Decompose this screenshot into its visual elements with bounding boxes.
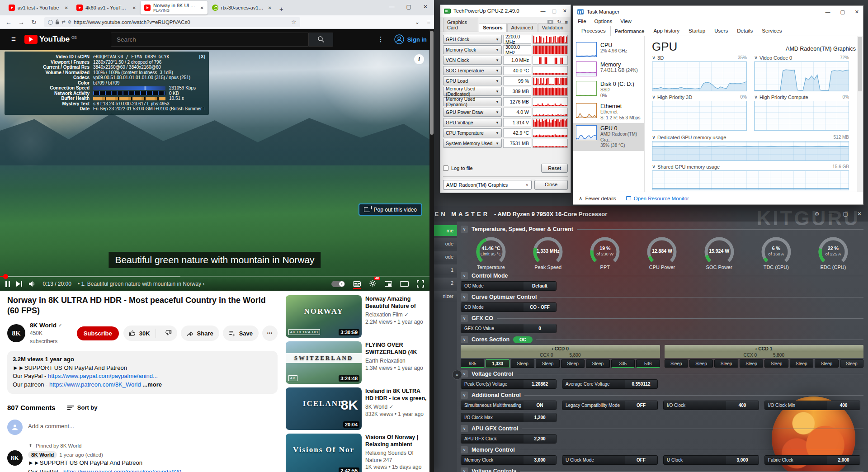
control-memory-clock[interactable]: Memory Clock3,000 — [461, 455, 557, 465]
chevron-down-icon[interactable]: ∨ — [652, 164, 656, 170]
permissions-icon[interactable]: ⇄ — [61, 19, 65, 24]
core-cell[interactable]: Sleep — [561, 359, 585, 368]
close-button[interactable]: ✕ — [563, 8, 567, 14]
control-i-o-clock-min[interactable]: I/O Clock Min400 — [764, 401, 860, 410]
minimize-button[interactable]: — — [829, 211, 834, 217]
pocket-icon[interactable]: ⌄ — [415, 19, 420, 25]
minimize-button[interactable]: — — [825, 9, 830, 15]
share-button[interactable]: Share — [181, 326, 219, 341]
commenter-avatar[interactable]: 8K — [7, 450, 23, 466]
kebab-menu-icon[interactable]: ⋮ — [377, 35, 384, 43]
suggested-video-item[interactable]: ICELAND8K20:04Iceland in 8K ULTRA HD HDR… — [286, 387, 427, 430]
sidebar-item-gpu-0[interactable]: GPU 0AMD Radeon(TM) Gra...35% (38 °C) — [573, 123, 644, 151]
device-dropdown[interactable]: AMD Radeon(TM) Graphics ∨ — [443, 180, 532, 190]
miniplayer-icon[interactable] — [385, 281, 392, 287]
theater-mode-icon[interactable] — [400, 281, 409, 287]
suggested-video-title[interactable]: Visions Of Norway | Relaxing ambient mus… — [365, 434, 427, 448]
back-button[interactable]: ← — [4, 19, 14, 26]
settings-gear-icon[interactable]: ⚙ — [815, 211, 820, 217]
core-cell[interactable]: Sleep — [536, 359, 559, 368]
close-app-button[interactable]: Close — [534, 180, 568, 190]
forward-button[interactable]: → — [16, 19, 26, 26]
reload-button[interactable]: ↻ — [29, 19, 39, 26]
gpuz-tab-advanced[interactable]: Advanced — [507, 23, 538, 32]
autoplay-toggle[interactable] — [331, 281, 345, 287]
log-to-file-checkbox[interactable] — [443, 165, 448, 171]
close-button[interactable]: ✕ — [423, 4, 428, 10]
tab-app-history[interactable]: App history — [649, 26, 684, 36]
url-text[interactable]: https://www.youtube.com/watch?v=eRUQPfVA… — [74, 19, 289, 25]
chevron-down-icon[interactable]: ∨ — [461, 336, 468, 343]
sensor-dropdown[interactable]: Memory Clock▼ — [443, 45, 502, 54]
video-description[interactable]: 3.2M views 1 year ago ►►SUPPORT US ON Pa… — [7, 351, 278, 394]
core-cell[interactable]: Sleep — [740, 359, 763, 368]
dislike-button[interactable] — [159, 329, 177, 338]
sensor-dropdown[interactable]: GPU Voltage▼ — [443, 118, 502, 127]
maximize-button[interactable]: ▢ — [406, 4, 411, 10]
chevron-down-icon[interactable]: ∨ — [754, 55, 758, 61]
info-button[interactable]: i — [414, 54, 424, 64]
close-button[interactable]: ✕ — [857, 211, 862, 217]
refresh-icon[interactable]: ↻ — [557, 19, 561, 25]
sensor-dropdown[interactable]: SOC Temperature▼ — [443, 66, 502, 75]
suggested-video-item[interactable]: Visions Of Nor2:42:55Visions Of Norway |… — [286, 434, 427, 472]
chevron-down-icon[interactable]: ∨ — [652, 134, 656, 140]
shield-blocked-icon[interactable]: ⊘ — [68, 19, 71, 24]
youtube-logo[interactable]: YouTube GB — [24, 35, 77, 44]
suggested-video-channel[interactable]: Relaxation Film ✓ — [365, 312, 427, 319]
control-u-clock-mode[interactable]: U Clock ModeOFF — [562, 455, 658, 465]
channel-avatar[interactable]: 8K — [7, 324, 25, 342]
stats-close-button[interactable]: [X] — [199, 54, 205, 59]
control-apu-gfx-clock[interactable]: APU GFX Clock2,200 — [461, 434, 557, 444]
gpuz-tab-sensors[interactable]: Sensors — [479, 23, 506, 32]
page-scrollbar[interactable] — [429, 29, 434, 472]
minimize-button[interactable]: — — [389, 4, 395, 10]
video-player[interactable]: Video ID / sCPNeRUQPfVACs0 / E1MA DR89 G… — [0, 50, 429, 291]
search-button[interactable] — [309, 33, 333, 47]
sidebar-item-disk-0-c-d-[interactable]: Disk 0 (C: D:)SSD0% — [573, 79, 644, 101]
sensor-dropdown[interactable]: Memory Used (Dedicated)▼ — [443, 87, 502, 96]
gpuz-tab-graphics-card[interactable]: Graphics Card — [443, 18, 478, 32]
bookmark-star-icon[interactable]: ☆ — [291, 19, 297, 25]
lock-icon[interactable] — [55, 19, 59, 24]
pause-button[interactable] — [5, 281, 10, 287]
save-button[interactable]: Save — [223, 326, 259, 341]
suggested-video-channel[interactable]: Earth Relaxation — [365, 358, 427, 365]
sensor-dropdown[interactable]: GPU Clock▼ — [443, 35, 502, 44]
chevron-down-icon[interactable]: ∨ — [461, 315, 468, 322]
tab-close-icon[interactable]: ✕ — [132, 5, 137, 11]
chevron-down-icon[interactable]: ∨ — [461, 446, 468, 453]
sensor-dropdown[interactable]: GPU Load▼ — [443, 76, 502, 85]
patreon-link[interactable]: https://www.patreon.com/8K_World — [49, 381, 141, 388]
tab-services[interactable]: Services — [757, 26, 786, 36]
sensor-dropdown[interactable]: Memory Used (Dynamic)▼ — [443, 97, 502, 106]
reset-button[interactable]: Reset — [541, 164, 568, 173]
comment-author-badge[interactable]: 8K World — [28, 451, 57, 458]
like-button[interactable]: 30K — [123, 329, 156, 338]
core-cell[interactable]: 1,333 — [486, 359, 509, 368]
app-menu-icon[interactable]: ≡ — [427, 19, 430, 25]
control-legacy-compatibility-mode[interactable]: Legacy Compatibility ModeOFF — [562, 401, 658, 410]
channel-name[interactable]: 8K World — [30, 322, 57, 329]
control-co-mode[interactable]: CO ModeCO - OFF — [461, 302, 557, 312]
sort-by-button[interactable]: Sort by — [67, 404, 98, 411]
fewer-details-button[interactable]: ∧ Fewer details — [579, 195, 616, 202]
next-button[interactable] — [16, 281, 22, 287]
volume-icon[interactable] — [28, 280, 37, 288]
minimize-button[interactable]: — — [540, 8, 545, 14]
chapter-title[interactable]: • 1. Beautiful green nature with mountai… — [78, 281, 204, 287]
core-cell[interactable]: Sleep — [586, 359, 609, 368]
chevron-down-icon[interactable]: ∨ — [461, 293, 468, 301]
tab-performance[interactable]: Performance — [610, 26, 649, 36]
maximize-button[interactable]: ▢ — [840, 9, 844, 15]
tm-scrollbar[interactable] — [857, 36, 863, 198]
core-cell[interactable]: Sleep — [689, 359, 713, 368]
video-thumbnail[interactable]: Visions Of Nor2:42:55 — [286, 434, 362, 472]
menu-view[interactable]: View — [620, 19, 632, 24]
maximize-button[interactable]: ▢ — [552, 8, 556, 14]
guide-menu-icon[interactable]: ≡ — [7, 35, 20, 44]
core-cell[interactable]: Sleep — [815, 359, 838, 368]
core-cell[interactable]: Sleep — [511, 359, 534, 368]
sidebar-item-cpu[interactable]: CPU2% 4.96 GHz — [573, 40, 644, 59]
suggested-video-title[interactable]: FLYING OVER SWITZERLAND (4K UHD) - Relax… — [365, 341, 427, 356]
